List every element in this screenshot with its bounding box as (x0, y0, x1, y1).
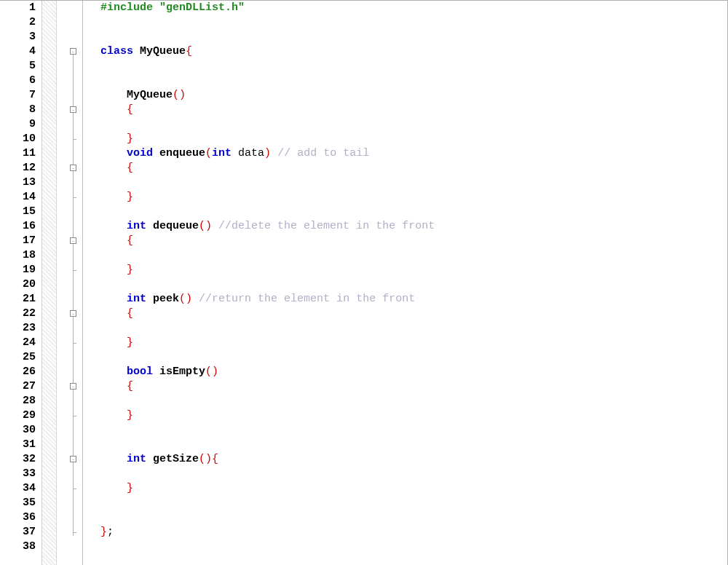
code-line[interactable]: } (100, 263, 727, 277)
code-token (146, 220, 153, 232)
code-token (212, 220, 218, 232)
code-token: } (127, 264, 133, 276)
code-line[interactable]: } (100, 132, 727, 146)
code-token (271, 147, 277, 159)
line-number: 15 (0, 205, 36, 219)
code-line[interactable]: { (100, 307, 727, 321)
fold-end-tick (73, 139, 76, 140)
code-token: { (127, 380, 133, 392)
code-line[interactable] (100, 59, 727, 74)
fold-toggle-icon[interactable]: - (70, 456, 76, 462)
code-line[interactable] (100, 15, 727, 30)
code-line[interactable]: MyQueue() (100, 88, 727, 103)
code-token: enqueue (159, 147, 205, 159)
code-line[interactable]: void enqueue(int data) // add to tail (100, 146, 727, 161)
line-number: 2 (0, 15, 36, 30)
code-line[interactable] (100, 321, 727, 336)
fold-guide-line (73, 242, 74, 274)
line-number: 32 (0, 452, 36, 467)
code-token (100, 380, 127, 392)
code-token: int (127, 293, 146, 305)
code-line[interactable]: int getSize(){ (100, 452, 727, 467)
code-line[interactable] (100, 350, 727, 365)
code-token: { (127, 103, 133, 116)
code-token: } (127, 409, 133, 422)
code-token (100, 482, 127, 494)
code-line[interactable]: } (100, 481, 727, 496)
code-line[interactable]: { (100, 234, 727, 248)
code-line[interactable]: { (100, 379, 727, 394)
code-line[interactable]: class MyQueue{ (100, 44, 727, 59)
code-line[interactable] (100, 175, 727, 190)
code-line[interactable] (100, 277, 727, 292)
fold-toggle-icon[interactable]: - (70, 237, 76, 244)
code-line[interactable] (100, 467, 727, 481)
code-line[interactable] (100, 540, 727, 554)
code-line[interactable]: int dequeue() //delete the element in th… (100, 219, 727, 234)
fold-toggle-icon[interactable]: - (70, 383, 76, 390)
code-line[interactable]: int peek() //return the element in the f… (100, 292, 727, 307)
line-number: 37 (0, 525, 36, 540)
code-token: () (173, 89, 186, 101)
fold-end-tick (73, 343, 76, 344)
code-token (100, 191, 127, 203)
code-line[interactable] (100, 205, 727, 219)
fold-toggle-icon[interactable]: - (70, 106, 76, 113)
line-number: 7 (0, 88, 36, 103)
line-number: 25 (0, 350, 36, 365)
line-number: 27 (0, 379, 36, 394)
code-line[interactable] (100, 117, 727, 132)
code-token: MyQueue (140, 45, 186, 58)
fold-toggle-icon[interactable]: - (70, 165, 76, 171)
line-number: 3 (0, 30, 36, 44)
code-token: ; (107, 526, 114, 538)
code-line[interactable]: { (100, 103, 727, 117)
code-line[interactable]: } (100, 408, 727, 423)
code-line[interactable] (100, 423, 727, 438)
code-line[interactable]: { (100, 161, 727, 175)
code-token: { (212, 453, 218, 465)
code-line[interactable] (100, 438, 727, 452)
line-number: 5 (0, 59, 36, 74)
code-line[interactable] (100, 248, 727, 263)
code-token (100, 293, 127, 305)
fold-guide-line (73, 170, 74, 201)
fold-toggle-icon[interactable]: - (70, 48, 76, 55)
code-line[interactable]: } (100, 336, 727, 350)
fold-end-tick (73, 532, 76, 533)
fold-margin[interactable]: ------- (57, 1, 83, 565)
line-number: 29 (0, 408, 36, 423)
code-token (146, 453, 153, 465)
code-token: } (127, 133, 133, 145)
code-line[interactable]: }; (100, 525, 727, 540)
code-token: #include (100, 1, 159, 14)
code-token (100, 103, 127, 116)
code-token: { (127, 162, 133, 174)
code-token: { (186, 45, 192, 58)
code-token: () (179, 293, 192, 305)
line-number: 19 (0, 263, 36, 277)
code-line[interactable] (100, 496, 727, 510)
code-token: //return the element in the front (199, 293, 415, 305)
code-line[interactable]: bool isEmpty() (100, 365, 727, 379)
line-number: 18 (0, 248, 36, 263)
bookmark-margin[interactable] (42, 1, 57, 565)
code-token: } (127, 482, 133, 494)
code-line[interactable]: #include "genDLList.h" (100, 1, 727, 15)
fold-toggle-icon[interactable]: - (70, 310, 76, 317)
code-line[interactable]: } (100, 190, 727, 205)
code-token: bool (127, 366, 153, 378)
code-line[interactable] (100, 74, 727, 88)
code-token (100, 162, 127, 174)
code-token (100, 336, 127, 349)
code-token: peek (153, 293, 179, 305)
line-number: 33 (0, 467, 36, 481)
code-token (100, 264, 127, 276)
code-line[interactable] (100, 394, 727, 408)
code-token: ( (205, 147, 212, 159)
line-number: 6 (0, 74, 36, 88)
code-text-area[interactable]: #include "genDLList.h"class MyQueue{ MyQ… (83, 1, 727, 565)
code-line[interactable] (100, 30, 727, 44)
fold-guide-line (73, 388, 74, 419)
code-line[interactable] (100, 510, 727, 525)
